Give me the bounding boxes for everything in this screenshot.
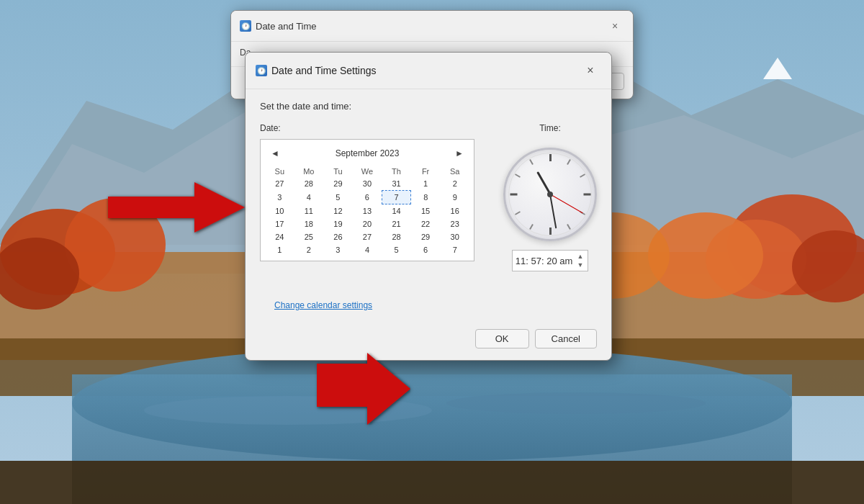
inner-dialog-close-button[interactable]: ×: [580, 60, 601, 81]
clock-center-dot: [547, 192, 553, 197]
time-spin-down-button[interactable]: ▼: [576, 261, 585, 269]
calendar-row: 3456789: [265, 191, 469, 204]
calendar-day[interactable]: 1: [411, 177, 441, 191]
calendar-day[interactable]: 21: [382, 217, 411, 230]
calendar-header: ◄ September 2023 ►: [265, 144, 469, 163]
calendar-day[interactable]: 26: [323, 230, 353, 243]
clock-section: Time:: [503, 123, 597, 271]
inner-close-icon: ×: [587, 64, 593, 77]
change-calendar-settings-link[interactable]: Change calendar settings: [260, 289, 597, 316]
day-header-su: Su: [265, 166, 294, 177]
calendar-day[interactable]: 28: [382, 230, 411, 243]
calendar-day[interactable]: 11: [294, 204, 324, 218]
clock-tick-6: [549, 228, 552, 235]
clock-tick-3: [583, 194, 590, 196]
inner-dialog-icon: 🕐: [256, 65, 267, 76]
calendar-day[interactable]: 17: [265, 217, 294, 230]
time-input-row: 11: 57: 20 am ▲ ▼: [512, 250, 589, 271]
calendar-day[interactable]: 6: [353, 191, 382, 204]
calendar-day[interactable]: 25: [294, 230, 324, 243]
calendar-day[interactable]: 1: [265, 243, 294, 256]
calendar-day[interactable]: 2: [294, 243, 324, 256]
outer-dialog-titlebar: 🕐 Date and Time ×: [231, 11, 633, 42]
calendar-day[interactable]: 4: [353, 243, 382, 256]
calendar-day[interactable]: 13: [353, 204, 382, 218]
calendar-next-button[interactable]: ►: [451, 147, 468, 160]
inner-dialog: 🕐 Date and Time Settings × Set the date …: [245, 52, 612, 361]
time-input-value[interactable]: 11: 57: 20 am: [516, 256, 573, 266]
red-arrow-down: [317, 353, 410, 428]
calendar-day[interactable]: 24: [265, 230, 294, 243]
time-section-label: Time:: [539, 123, 561, 133]
calendar-day[interactable]: 3: [323, 243, 353, 256]
calendar-day[interactable]: 18: [294, 217, 324, 230]
calendar-header-row: Su Mo Tu We Th Fr Sa: [265, 166, 469, 177]
outer-dialog-icon: 🕐: [240, 20, 251, 32]
time-spinners: ▲ ▼: [576, 252, 585, 269]
inner-cancel-button[interactable]: Cancel: [535, 329, 597, 348]
calendar-day[interactable]: 19: [323, 217, 353, 230]
calendar-month-label: September 2023: [336, 148, 400, 158]
day-header-sa: Sa: [440, 166, 469, 177]
inner-dialog-buttons: OK Cancel: [246, 322, 611, 360]
inner-dialog-titlebar: 🕐 Date and Time Settings ×: [246, 53, 611, 89]
inner-dialog-title-text: Date and Time Settings: [271, 65, 377, 76]
clock-tick-9: [510, 194, 517, 196]
calendar-day[interactable]: 29: [411, 230, 441, 243]
calendar-row: 17181920212223: [265, 217, 469, 230]
calendar-day[interactable]: 5: [323, 191, 353, 204]
red-arrow-left: [101, 179, 245, 239]
calendar-day[interactable]: 7: [440, 243, 469, 256]
calendar-day[interactable]: 15: [411, 204, 441, 218]
inner-dialog-title-area: 🕐 Date and Time Settings: [256, 65, 377, 76]
date-section-label: Date:: [260, 123, 474, 133]
calendar-day[interactable]: 23: [440, 217, 469, 230]
calendar-day[interactable]: 27: [265, 177, 294, 191]
calendar-day[interactable]: 4: [294, 191, 324, 204]
calendar-day[interactable]: 3: [265, 191, 294, 204]
calendar-day[interactable]: 30: [440, 230, 469, 243]
calendar-day[interactable]: 8: [411, 191, 441, 204]
calendar-day[interactable]: 28: [294, 177, 324, 191]
calendar-body: 2728293031123456789101112131415161718192…: [265, 177, 469, 256]
calendar-day[interactable]: 9: [440, 191, 469, 204]
day-header-tu: Tu: [323, 166, 353, 177]
svg-marker-24: [108, 182, 245, 233]
calendar-day[interactable]: 27: [353, 230, 382, 243]
svg-rect-23: [0, 461, 864, 504]
calendar-grid: Su Mo Tu We Th Fr Sa 2728293031123456789…: [265, 166, 469, 256]
clock-face: [503, 148, 597, 241]
calendar-day[interactable]: 5: [382, 243, 411, 256]
calendar-day[interactable]: 16: [440, 204, 469, 218]
outer-dialog-title-text: Date and Time: [256, 21, 317, 32]
calendar-row: 1234567: [265, 243, 469, 256]
day-header-th: Th: [382, 166, 411, 177]
calendar-day[interactable]: 29: [323, 177, 353, 191]
calendar-prev-button[interactable]: ◄: [266, 147, 284, 160]
inner-dialog-body: Set the date and time: Date: ◄ September…: [246, 89, 611, 283]
calendar-container: ◄ September 2023 ► Su Mo Tu We Th: [260, 139, 474, 261]
calendar-row: 24252627282930: [265, 230, 469, 243]
calendar-row: 272829303112: [265, 177, 469, 191]
day-header-mo: Mo: [294, 166, 324, 177]
calendar-day[interactable]: 6: [411, 243, 441, 256]
calendar-row: 10111213141516: [265, 204, 469, 218]
left-arrow-svg: [101, 179, 245, 236]
change-cal-settings-area: Change calendar settings: [246, 283, 611, 322]
calendar-day[interactable]: 30: [353, 177, 382, 191]
outer-close-icon: ×: [612, 20, 618, 32]
calendar-day[interactable]: 12: [323, 204, 353, 218]
svg-marker-25: [317, 353, 410, 425]
inner-ok-button[interactable]: OK: [475, 329, 529, 348]
calendar-day[interactable]: 22: [411, 217, 441, 230]
clock-tick-12: [549, 154, 552, 161]
time-spin-up-button[interactable]: ▲: [576, 252, 585, 261]
outer-dialog-close-button[interactable]: ×: [606, 17, 624, 35]
calendar-day[interactable]: 7: [382, 191, 411, 204]
calendar-day[interactable]: 10: [265, 204, 294, 218]
calendar-day[interactable]: 20: [353, 217, 382, 230]
calendar-day[interactable]: 14: [382, 204, 411, 218]
calendar-day[interactable]: 31: [382, 177, 411, 191]
calendar-day[interactable]: 2: [440, 177, 469, 191]
day-header-we: We: [353, 166, 382, 177]
